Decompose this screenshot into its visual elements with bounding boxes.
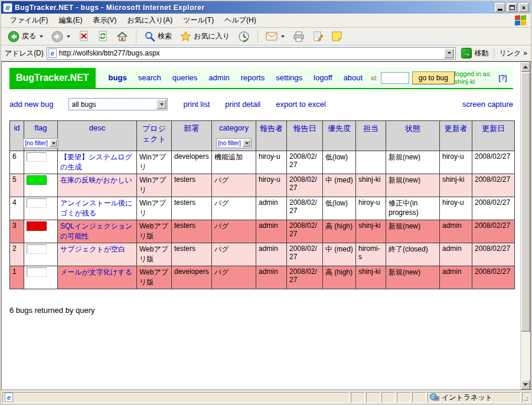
forward-icon: [51, 31, 63, 43]
maximize-button[interactable]: [507, 3, 517, 12]
bug-category-cell: バグ: [212, 174, 256, 197]
flag-filter-select[interactable]: [no filter]: [23, 138, 58, 148]
menu-favorites[interactable]: お気に入り(A): [122, 14, 178, 27]
query-select-dropdown[interactable]: [156, 99, 167, 109]
flag-indicator[interactable]: [27, 198, 47, 208]
nav-settings[interactable]: settings: [276, 73, 302, 82]
favorites-button[interactable]: お気に入り: [177, 29, 233, 44]
query-select[interactable]: all bugs: [68, 98, 168, 110]
close-button[interactable]: ×: [518, 3, 529, 12]
screen-capture-link[interactable]: screen capture: [462, 100, 513, 109]
bug-flag-cell[interactable]: [24, 197, 58, 220]
nav-reports[interactable]: reports: [241, 73, 265, 82]
print-list-link[interactable]: print list: [183, 100, 210, 109]
chevron-down-icon: [448, 52, 451, 54]
back-icon: [8, 31, 19, 43]
refresh-button[interactable]: [94, 29, 111, 44]
back-button[interactable]: 戻る: [5, 29, 46, 44]
add-new-bug-link[interactable]: add new bug: [9, 100, 53, 109]
bug-desc-link[interactable]: 【要望】システムログの生成: [60, 153, 132, 171]
forward-button[interactable]: [48, 29, 73, 44]
print-button[interactable]: [290, 30, 308, 44]
menu-edit[interactable]: 編集(E): [53, 14, 87, 27]
resize-grip[interactable]: [522, 392, 531, 403]
bugtracker-page: BugTracker.NET bugs search queries admin…: [2, 62, 520, 390]
address-input[interactable]: e http://wolfskin/btn277/bugs.aspx: [47, 47, 456, 60]
help-link[interactable]: [?]: [498, 73, 507, 82]
stop-button[interactable]: [76, 29, 92, 44]
go-button[interactable]: → 移動: [459, 47, 491, 59]
bug-flag-cell[interactable]: [24, 266, 58, 289]
flag-indicator[interactable]: [27, 267, 47, 277]
bug-desc-cell: SQLインジェクションの可能性: [58, 220, 137, 243]
scroll-up-button[interactable]: [521, 62, 530, 72]
bug-flag-cell[interactable]: [24, 243, 58, 266]
links-chevron[interactable]: »: [523, 49, 527, 57]
search-button[interactable]: 検索: [141, 29, 175, 44]
column-header-priority[interactable]: 優先度: [323, 121, 356, 151]
home-button[interactable]: [113, 29, 131, 44]
category-filter-dropdown[interactable]: [243, 139, 250, 147]
export-to-excel-link[interactable]: export to excel: [276, 100, 326, 109]
bug-desc-link[interactable]: アンインストール後にゴミが残る: [60, 199, 132, 217]
nav-search[interactable]: search: [138, 73, 161, 82]
column-header-dept[interactable]: 部署: [172, 121, 212, 151]
menu-view[interactable]: 表示(V): [87, 14, 122, 27]
column-header-category[interactable]: category [no filter]: [212, 121, 256, 151]
flag-indicator[interactable]: [27, 175, 47, 185]
bug-desc-link[interactable]: サブジェクトが空白: [60, 245, 125, 253]
bug-flag-cell[interactable]: [24, 220, 58, 243]
bug-id-cell: 3: [10, 220, 24, 243]
mail-dropdown-icon[interactable]: [281, 35, 285, 38]
address-url[interactable]: http://wolfskin/btn277/bugs.aspx: [59, 49, 442, 57]
go-to-bug-button[interactable]: go to bug: [412, 71, 455, 84]
bug-desc-link[interactable]: 在庫の反映がおかしい: [60, 176, 132, 184]
edit-button[interactable]: [310, 30, 327, 44]
nav-about[interactable]: about: [344, 73, 363, 82]
flag-indicator[interactable]: [27, 152, 47, 162]
bug-desc-link[interactable]: メールが文字化けする: [60, 268, 132, 276]
bug-desc-cell: メールが文字化けする: [58, 266, 137, 289]
menu-file[interactable]: ファイル(F): [5, 14, 53, 27]
minimize-button[interactable]: [495, 3, 505, 12]
bug-desc-link[interactable]: SQLインジェクションの可能性: [60, 222, 132, 240]
column-header-project[interactable]: プロジェクト: [137, 121, 172, 151]
menu-help[interactable]: ヘルプ(H): [219, 14, 262, 27]
column-header-updated-date[interactable]: 更新日: [472, 121, 515, 151]
address-dropdown-button[interactable]: [444, 48, 454, 58]
back-dropdown-icon[interactable]: [40, 35, 43, 38]
flag-filter-dropdown[interactable]: [50, 139, 57, 147]
scroll-down-button[interactable]: [521, 380, 530, 390]
bug-flag-cell[interactable]: [24, 174, 58, 197]
bug-priority-cell: 低(low): [323, 151, 356, 174]
flag-indicator[interactable]: [27, 244, 47, 254]
forward-dropdown-icon[interactable]: [67, 35, 70, 38]
mail-button[interactable]: [263, 30, 288, 43]
nav-logoff[interactable]: logoff: [314, 73, 332, 82]
bug-id-input[interactable]: [381, 72, 409, 84]
flag-indicator[interactable]: [27, 221, 47, 231]
menu-tools[interactable]: ツール(T): [178, 14, 219, 27]
column-header-assigned[interactable]: 担当: [356, 121, 386, 151]
nav-admin[interactable]: admin: [208, 73, 229, 82]
scrollbar-track[interactable]: [521, 332, 530, 380]
category-filter-select[interactable]: [no filter]: [216, 138, 252, 148]
column-header-updated-by[interactable]: 更新者: [440, 121, 472, 151]
messenger-button[interactable]: [329, 30, 345, 43]
column-header-flag[interactable]: flag [no filter]: [24, 121, 58, 151]
print-detail-link[interactable]: print detail: [225, 100, 260, 109]
address-bar: アドレス(D) e http://wolfskin/btn277/bugs.as…: [1, 45, 531, 61]
nav-queries[interactable]: queries: [172, 73, 198, 82]
nav-bugs[interactable]: bugs: [109, 73, 127, 82]
scrollbar-thumb[interactable]: [521, 72, 530, 332]
actions-row: add new bug all bugs print list print de…: [9, 98, 513, 110]
column-header-status[interactable]: 状態: [386, 121, 440, 151]
vertical-scrollbar[interactable]: [520, 62, 530, 390]
column-header-desc[interactable]: desc: [58, 121, 137, 151]
history-button[interactable]: [235, 29, 253, 44]
column-header-reporter[interactable]: 報告者: [256, 121, 287, 151]
links-toolbar[interactable]: リンク »: [494, 48, 527, 58]
column-header-reported-date[interactable]: 報告日: [287, 121, 323, 151]
column-header-id[interactable]: id: [10, 121, 24, 151]
bug-flag-cell[interactable]: [24, 151, 58, 174]
